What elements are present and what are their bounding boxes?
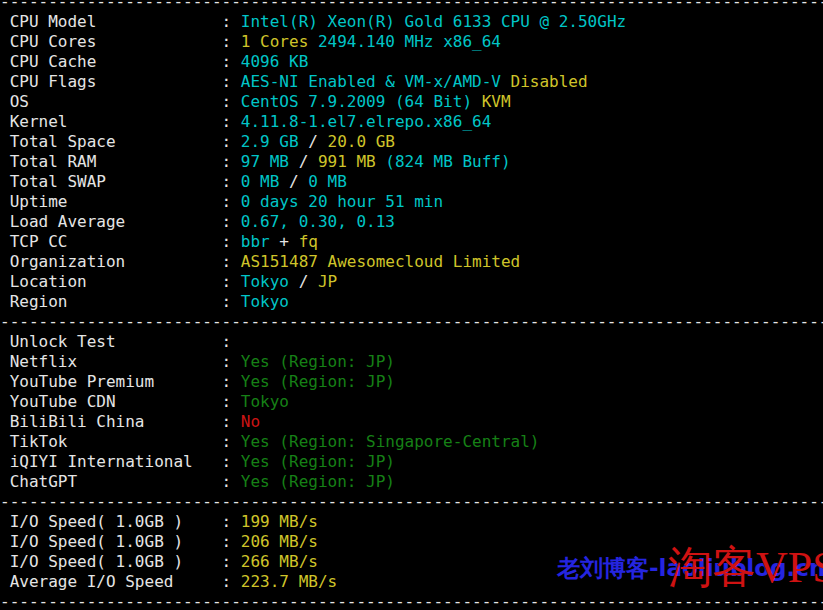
row-value-segment: AES-NI Enabled & VM-x/AMD-V xyxy=(241,72,511,91)
row-value-segment: (824 MB Buff) xyxy=(385,152,510,171)
row-label: I/O Speed( 1.0GB ) : xyxy=(0,532,241,551)
row-value-segment: Yes (Region: JP) xyxy=(241,472,395,491)
terminal-row: I/O Speed( 1.0GB ) : 199 MB/s xyxy=(0,512,823,532)
row-label: TCP CC : xyxy=(0,232,241,251)
row-label: CPU Cores : xyxy=(0,32,241,51)
row-label: Organization : xyxy=(0,252,241,271)
row-label: Location : xyxy=(0,272,241,291)
row-label: Load Average : xyxy=(0,212,241,231)
row-label: Total SWAP : xyxy=(0,172,241,191)
row-value-segment: Yes (Region: JP) xyxy=(241,452,395,471)
separator-row: ----------------------------------------… xyxy=(0,0,823,12)
row-value-segment: 2.9 GB xyxy=(241,132,308,151)
terminal-row: CPU Model : Intel(R) Xeon(R) Gold 6133 C… xyxy=(0,12,823,32)
row-value-segment: bbr xyxy=(241,232,270,251)
row-value-segment: 20.0 GB xyxy=(318,132,395,151)
row-value-segment: 991 MB xyxy=(308,152,385,171)
terminal-row: YouTube CDN : Tokyo xyxy=(0,392,823,412)
row-value-segment: Yes (Region: JP) xyxy=(241,352,395,371)
terminal-row: OS : CentOS 7.9.2009 (64 Bit) KVM xyxy=(0,92,823,112)
row-label: Uptime : xyxy=(0,192,241,211)
separator-row: ----------------------------------------… xyxy=(0,312,823,332)
row-value-segment: Tokyo xyxy=(241,272,299,291)
row-value-segment: / xyxy=(299,272,309,291)
terminal-row: iQIYI International : Yes (Region: JP) xyxy=(0,452,823,472)
row-value-segment: Intel(R) Xeon(R) Gold 6133 CPU @ 2.50GHz xyxy=(241,12,626,31)
row-label: I/O Speed( 1.0GB ) : xyxy=(0,552,241,571)
terminal-row: CPU Cores : 1 Cores 2494.140 MHz x86_64 xyxy=(0,32,823,52)
terminal-row: Total RAM : 97 MB / 991 MB (824 MB Buff) xyxy=(0,152,823,172)
row-value-segment: 0 MB xyxy=(299,172,347,191)
row-value-segment: 199 MB/s xyxy=(241,512,318,531)
terminal-row: Unlock Test : xyxy=(0,332,823,352)
row-value-segment: AS151487 Awesomecloud Limited xyxy=(241,252,520,271)
separator-row: ----------------------------------------… xyxy=(0,592,823,610)
row-value-segment: / xyxy=(289,172,299,191)
row-value-segment: / xyxy=(308,132,318,151)
row-label: BiliBili China : xyxy=(0,412,241,431)
separator-row: ----------------------------------------… xyxy=(0,492,823,512)
row-value-segment: 4.11.8-1.el7.elrepo.x86_64 xyxy=(241,112,491,131)
row-value-segment: fq xyxy=(299,232,318,251)
row-value-segment: JP xyxy=(308,272,337,291)
row-value-segment: + xyxy=(270,232,299,251)
terminal-row: Location : Tokyo / JP xyxy=(0,272,823,292)
terminal-row: TikTok : Yes (Region: Singapore-Central) xyxy=(0,432,823,452)
terminal-row: TCP CC : bbr + fq xyxy=(0,232,823,252)
row-value-segment: Yes (Region: Singapore-Central) xyxy=(241,432,540,451)
row-label: CPU Cache : xyxy=(0,52,241,71)
row-label: I/O Speed( 1.0GB ) : xyxy=(0,512,241,531)
row-label: CPU Model : xyxy=(0,12,241,31)
terminal-row: Load Average : 0.67, 0.30, 0.13 xyxy=(0,212,823,232)
row-label: CPU Flags : xyxy=(0,72,241,91)
row-value-segment: 4096 KB xyxy=(241,52,308,71)
terminal-row: CPU Cache : 4096 KB xyxy=(0,52,823,72)
row-value-segment: 1 Cores xyxy=(241,32,308,51)
row-value-segment: 2494.140 MHz x86_64 xyxy=(308,32,501,51)
row-label: Total RAM : xyxy=(0,152,241,171)
row-label: Unlock Test : xyxy=(0,332,241,351)
row-value-segment: 0 MB xyxy=(241,172,289,191)
row-value-segment: 97 MB xyxy=(241,152,299,171)
terminal-row: BiliBili China : No xyxy=(0,412,823,432)
row-label: OS : xyxy=(0,92,241,111)
row-label: iQIYI International : xyxy=(0,452,241,471)
row-value-segment: Tokyo xyxy=(241,292,289,311)
terminal-output: ----------------------------------------… xyxy=(0,0,823,610)
row-value-segment: CentOS 7.9.2009 (64 Bit) xyxy=(241,92,482,111)
terminal-row: Region : Tokyo xyxy=(0,292,823,312)
row-value-segment: 266 MB/s xyxy=(241,552,318,571)
row-value-segment: / xyxy=(299,152,309,171)
terminal-window: ----------------------------------------… xyxy=(0,0,823,610)
row-value-segment: Tokyo xyxy=(241,392,289,411)
row-label: YouTube Premium : xyxy=(0,372,241,391)
terminal-row: Kernel : 4.11.8-1.el7.elrepo.x86_64 xyxy=(0,112,823,132)
row-label: YouTube CDN : xyxy=(0,392,241,411)
row-label: Total Space : xyxy=(0,132,241,151)
terminal-row: YouTube Premium : Yes (Region: JP) xyxy=(0,372,823,392)
row-label: TikTok : xyxy=(0,432,241,451)
row-value-segment: 0 days 20 hour 51 min xyxy=(241,192,443,211)
terminal-row: ChatGPT : Yes (Region: JP) xyxy=(0,472,823,492)
watermark-vps: 淘客VPS xyxy=(668,546,823,590)
row-label: Kernel : xyxy=(0,112,241,131)
row-value-segment: KVM xyxy=(482,92,511,111)
row-value-segment: 223.7 MB/s xyxy=(241,572,337,591)
row-value-segment: 0.67, 0.30, 0.13 xyxy=(241,212,395,231)
terminal-row: CPU Flags : AES-NI Enabled & VM-x/AMD-V … xyxy=(0,72,823,92)
row-value-segment: No xyxy=(241,412,260,431)
terminal-row: Organization : AS151487 Awesomecloud Lim… xyxy=(0,252,823,272)
row-label: Netflix : xyxy=(0,352,241,371)
row-label: ChatGPT : xyxy=(0,472,241,491)
row-value-segment: Disabled xyxy=(511,72,588,91)
row-label: Average I/O Speed : xyxy=(0,572,241,591)
row-label: Region : xyxy=(0,292,241,311)
terminal-row: Uptime : 0 days 20 hour 51 min xyxy=(0,192,823,212)
row-value-segment: 206 MB/s xyxy=(241,532,318,551)
terminal-row: Total Space : 2.9 GB / 20.0 GB xyxy=(0,132,823,152)
row-value-segment: Yes (Region: JP) xyxy=(241,372,395,391)
terminal-row: Netflix : Yes (Region: JP) xyxy=(0,352,823,372)
terminal-row: Total SWAP : 0 MB / 0 MB xyxy=(0,172,823,192)
